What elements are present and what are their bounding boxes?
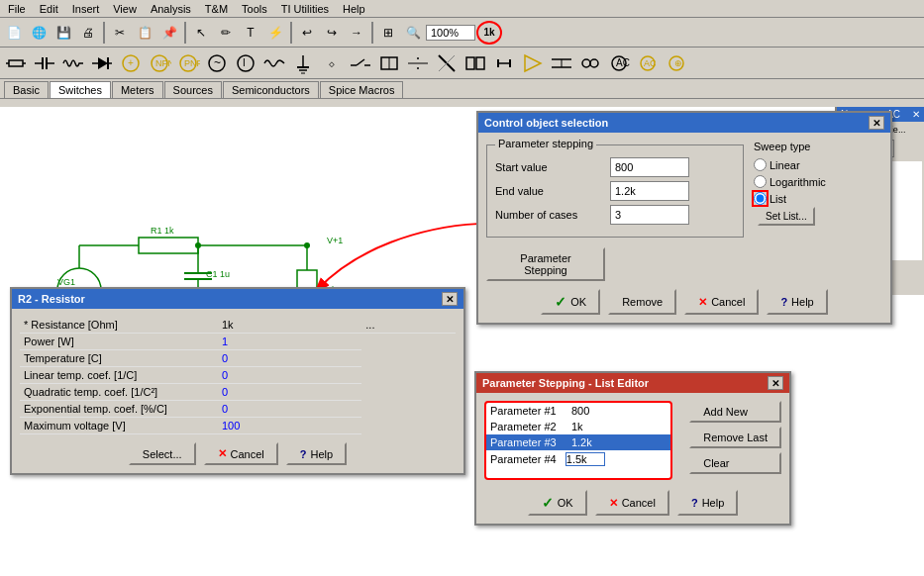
resistor-help-btn[interactable]: ? Help <box>286 442 347 465</box>
menu-file[interactable]: File <box>2 2 32 16</box>
comp-extra1[interactable] <box>404 49 432 77</box>
zoom-special-btn[interactable]: 1k <box>476 21 502 45</box>
param-list[interactable]: Parameter #1 800 Parameter #2 1k Paramet… <box>484 401 672 480</box>
zoom-in-btn[interactable]: 🔍 <box>401 21 425 45</box>
comp-diode[interactable] <box>88 49 116 77</box>
svg-rect-1 <box>9 60 23 66</box>
comp-vsource[interactable]: ~ <box>203 49 231 77</box>
tab-basic[interactable]: Basic <box>4 81 49 98</box>
tab-spice-macros[interactable]: Spice Macros <box>320 81 404 98</box>
resistor-cancel-btn[interactable]: ✕ Cancel <box>204 442 278 465</box>
grid-btn[interactable]: ⊞ <box>376 21 400 45</box>
select-btn[interactable]: ↖ <box>189 21 213 45</box>
comp-opamp2[interactable] <box>519 49 547 77</box>
control-help-btn[interactable]: ? Help <box>767 289 827 315</box>
param-item-2[interactable]: Parameter #2 1k <box>486 419 670 434</box>
comp-vsource2[interactable]: AC <box>605 49 633 77</box>
param-4-input[interactable] <box>565 452 605 466</box>
comp-extra4[interactable] <box>490 49 518 77</box>
prop-name-6: Maximum voltage [V] <box>20 418 218 434</box>
comp-node[interactable]: ⬦ <box>318 49 346 77</box>
tab-switches[interactable]: Switches <box>50 81 111 98</box>
start-value-input[interactable]: 800 <box>610 157 689 177</box>
fwd-btn[interactable]: → <box>345 21 368 45</box>
menu-edit[interactable]: Edit <box>34 2 64 16</box>
control-dialog-close[interactable]: ✕ <box>869 116 884 130</box>
comp-capacitor[interactable] <box>31 49 58 77</box>
resistor-select-btn[interactable]: Select... <box>129 442 196 465</box>
param-item-1[interactable]: Parameter #1 800 <box>486 403 670 419</box>
list-editor-help-btn[interactable]: ? Help <box>677 490 738 516</box>
menu-view[interactable]: View <box>107 2 143 16</box>
linear-radio-label[interactable]: Linear <box>754 158 882 171</box>
comp-pnp[interactable]: PNP <box>174 49 202 77</box>
comp-resistor[interactable] <box>2 49 30 77</box>
add-new-btn[interactable]: Add New <box>689 401 781 423</box>
resistor-dialog-title: R2 - Resistor <box>18 293 85 305</box>
remove-last-btn[interactable]: Remove Last <box>689 427 781 448</box>
paste-btn[interactable]: 📌 <box>157 21 181 45</box>
control-cancel-btn[interactable]: ✕ Cancel <box>684 289 759 315</box>
list-editor-ok-btn[interactable]: ✓ OK <box>528 490 587 516</box>
list-label: List <box>770 193 786 205</box>
prop-extra-0[interactable]: ... <box>361 317 456 334</box>
end-value-input[interactable]: 1.2k <box>610 181 689 201</box>
comp-extra7[interactable]: AC <box>634 49 662 77</box>
comp-extra6[interactable] <box>576 49 604 77</box>
linear-radio[interactable] <box>754 158 767 171</box>
comp-relay[interactable] <box>375 49 403 77</box>
tab-meters[interactable]: Meters <box>112 81 163 98</box>
param-item-4[interactable]: Parameter #4 <box>486 450 670 468</box>
comp-extra5[interactable] <box>548 49 575 77</box>
menu-tm[interactable]: T&M <box>199 2 234 16</box>
menu-help[interactable]: Help <box>337 2 371 16</box>
new-btn[interactable]: 📄 <box>2 21 26 45</box>
control-remove-btn[interactable]: Remove <box>608 289 676 315</box>
zoom-input[interactable]: 100% <box>426 25 475 41</box>
wire-btn[interactable]: ✏ <box>214 21 238 45</box>
tab-semiconductors[interactable]: Semiconductors <box>223 81 319 98</box>
clear-btn[interactable]: Clear <box>689 452 781 474</box>
redo-btn[interactable]: ↪ <box>320 21 344 45</box>
control-ok-btn[interactable]: ✓ OK <box>541 289 600 315</box>
set-list-btn[interactable]: Set List... <box>758 207 815 226</box>
comp-ground[interactable] <box>289 49 317 77</box>
comp-isource[interactable]: I <box>232 49 259 77</box>
text-btn[interactable]: T <box>239 21 262 45</box>
control-dialog-titlebar[interactable]: Control object selection ✕ <box>478 113 890 133</box>
open-btn[interactable]: 🌐 <box>27 21 51 45</box>
param-2-label: Parameter #2 <box>490 421 557 432</box>
cut-btn[interactable]: ✂ <box>108 21 132 45</box>
comp-extra8[interactable]: ⊕ <box>663 49 690 77</box>
menu-ti-utilities[interactable]: TI Utilities <box>275 2 335 16</box>
comp-inductor[interactable] <box>59 49 87 77</box>
resistor-dialog-close[interactable]: ✕ <box>442 292 458 306</box>
menu-tools[interactable]: Tools <box>236 2 273 16</box>
save-btn[interactable]: 💾 <box>51 21 75 45</box>
probe-btn[interactable]: ⚡ <box>263 21 287 45</box>
menu-analysis[interactable]: Analysis <box>145 2 197 16</box>
menu-insert[interactable]: Insert <box>66 2 106 16</box>
list-radio[interactable] <box>754 192 767 205</box>
copy-btn[interactable]: 📋 <box>133 21 156 45</box>
parameter-stepping-btn[interactable]: Parameter Stepping <box>486 247 605 281</box>
undo-btn[interactable]: ↩ <box>295 21 319 45</box>
list-radio-label[interactable]: List <box>754 192 882 205</box>
num-cases-input[interactable]: 3 <box>610 205 689 225</box>
print-btn[interactable]: 🖨 <box>76 21 100 45</box>
list-editor-close[interactable]: ✕ <box>768 376 783 390</box>
param-item-3[interactable]: Parameter #3 1.2k <box>486 434 670 450</box>
resistor-dialog-titlebar[interactable]: R2 - Resistor ✕ <box>12 289 463 309</box>
noname-close[interactable]: ✕ <box>912 109 920 120</box>
comp-npn[interactable]: NPN <box>146 49 173 77</box>
logarithmic-radio[interactable] <box>754 175 767 188</box>
tab-sources[interactable]: Sources <box>164 81 222 98</box>
list-editor-cancel-btn[interactable]: ✕ Cancel <box>595 490 669 516</box>
comp-opamp[interactable]: + <box>117 49 145 77</box>
comp-wire-h[interactable] <box>260 49 288 77</box>
comp-extra3[interactable] <box>462 49 489 77</box>
list-editor-titlebar[interactable]: Parameter Stepping - List Editor ✕ <box>476 373 789 393</box>
logarithmic-radio-label[interactable]: Logarithmic <box>754 175 882 188</box>
comp-extra2[interactable] <box>433 49 461 77</box>
comp-switch[interactable] <box>347 49 374 77</box>
